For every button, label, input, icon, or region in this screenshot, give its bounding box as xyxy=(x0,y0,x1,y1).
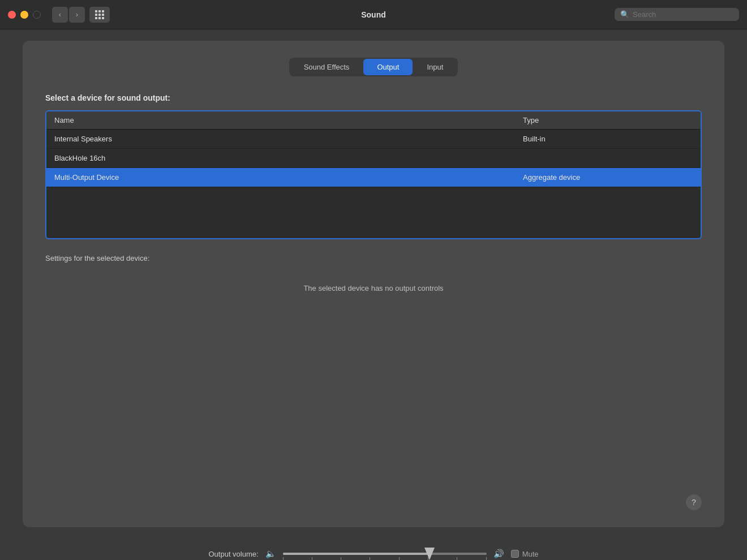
settings-label: Settings for the selected device: xyxy=(45,254,702,262)
grid-view-button[interactable] xyxy=(89,7,110,23)
mute-button[interactable]: Mute xyxy=(511,550,539,558)
no-controls-text: The selected device has no output contro… xyxy=(45,284,702,292)
search-input[interactable] xyxy=(633,10,733,19)
volume-row: Output volume: 🔈 🔊 xyxy=(23,549,724,559)
tab-input[interactable]: Input xyxy=(413,59,457,75)
mute-checkbox[interactable] xyxy=(511,550,519,558)
search-icon: 🔍 xyxy=(620,10,629,19)
volume-label: Output volume: xyxy=(208,550,258,558)
mute-label: Mute xyxy=(522,550,539,558)
slider-track xyxy=(283,553,487,555)
titlebar: ‹ › Sound 🔍 xyxy=(0,0,747,29)
section-label: Select a device for sound output: xyxy=(45,93,702,102)
tab-group: Sound Effects Output Input xyxy=(289,58,458,76)
volume-slider[interactable] xyxy=(283,553,487,555)
settings-content: The selected device has no output contro… xyxy=(45,273,702,510)
table-row[interactable]: BlackHole 16ch xyxy=(46,149,701,168)
table-row-empty xyxy=(46,187,701,238)
slider-ticks xyxy=(283,557,487,560)
nav-buttons: ‹ › xyxy=(52,7,85,23)
tabs: Sound Effects Output Input xyxy=(45,58,702,76)
table-header: Name Type xyxy=(46,111,701,130)
close-button[interactable] xyxy=(8,11,16,19)
device-type: Aggregate device xyxy=(523,173,693,182)
device-table: Name Type Internal Speakers Built-in Bla… xyxy=(45,110,702,239)
back-button[interactable]: ‹ xyxy=(52,7,68,23)
slider-fill xyxy=(283,553,430,555)
grid-icon xyxy=(95,10,104,19)
col-header-name: Name xyxy=(54,116,523,124)
device-type: Built-in xyxy=(523,135,693,143)
volume-high-icon: 🔊 xyxy=(493,549,504,559)
bottom-bar: Output volume: 🔈 🔊 xyxy=(0,539,747,560)
volume-low-icon: 🔈 xyxy=(265,549,276,559)
table-row-selected[interactable]: Multi-Output Device Aggregate device xyxy=(46,168,701,187)
forward-button[interactable]: › xyxy=(69,7,85,23)
minimize-button[interactable] xyxy=(20,11,28,19)
traffic-lights xyxy=(8,11,41,19)
help-button[interactable]: ? xyxy=(686,494,702,510)
maximize-button[interactable] xyxy=(33,11,41,19)
tab-output[interactable]: Output xyxy=(363,59,413,75)
table-row[interactable]: Internal Speakers Built-in xyxy=(46,130,701,149)
device-name: BlackHole 16ch xyxy=(54,154,523,162)
window-title: Sound xyxy=(361,10,386,19)
search-bar[interactable]: 🔍 xyxy=(615,8,739,21)
device-name: Internal Speakers xyxy=(54,135,523,143)
tab-sound-effects[interactable]: Sound Effects xyxy=(290,59,363,75)
device-name: Multi-Output Device xyxy=(54,173,523,182)
col-header-type: Type xyxy=(523,116,693,124)
main-panel: Sound Effects Output Input Select a devi… xyxy=(23,41,724,527)
